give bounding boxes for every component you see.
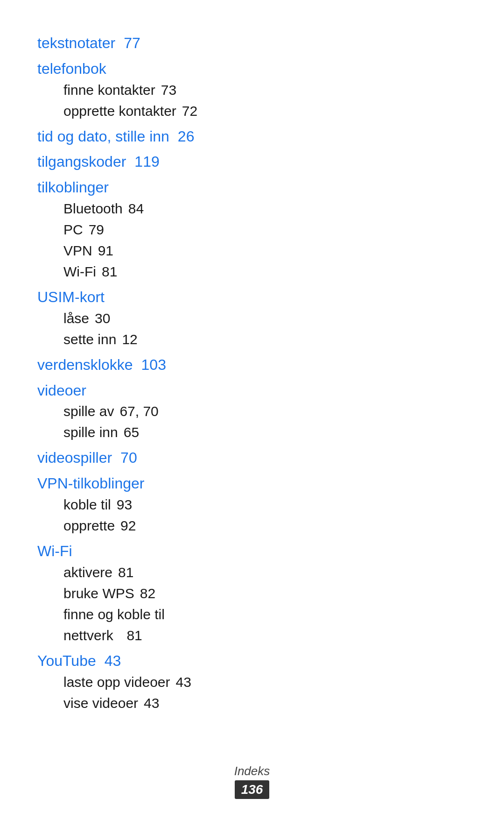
sub-page-vpn-tilkoblinger-1: 92 — [120, 518, 136, 533]
sub-entry-youtube-1: vise videoer43 — [37, 693, 467, 714]
sub-entry-wi-fi-0: aktivere81 — [37, 562, 467, 583]
sub-page-youtube-1: 43 — [144, 695, 159, 711]
sub-page-vpn-tilkoblinger-0: 93 — [117, 497, 132, 512]
sub-entry-usim-kort-0: låse30 — [37, 308, 467, 329]
index-entry-vpn-tilkoblinger: VPN-tilkoblingerkoble til93opprette92 — [37, 473, 467, 536]
heading-page-tid-og-dato: 26 — [178, 128, 195, 145]
index-entry-wi-fi: Wi-Fiaktivere81bruke WPS82finne og koble… — [37, 541, 467, 646]
entry-heading-telefonbok: telefonbok — [37, 58, 467, 79]
entry-heading-vpn-tilkoblinger: VPN-tilkoblinger — [37, 473, 467, 494]
entry-heading-youtube: YouTube43 — [37, 650, 467, 671]
sub-page-wi-fi-1: 82 — [140, 586, 155, 601]
index-content: tekstnotater77telefonbokfinne kontakter7… — [37, 33, 467, 714]
sub-entry-tilkoblinger-2: VPN91 — [37, 240, 467, 261]
sub-entry-videoer-1: spille inn65 — [37, 422, 467, 443]
entry-heading-videospiller: videospiller70 — [37, 447, 467, 468]
index-entry-tilgangskoder: tilgangskoder119 — [37, 151, 467, 172]
entry-heading-verdensklokke: verdensklokke103 — [37, 354, 467, 375]
index-entry-tilkoblinger: tilkoblingerBluetooth84PC79VPN91Wi-Fi81 — [37, 177, 467, 282]
sub-page-tilkoblinger-1: 79 — [89, 222, 104, 237]
index-entry-videoer: videoerspille av67, 70spille inn65 — [37, 380, 467, 443]
heading-page-youtube: 43 — [105, 652, 121, 669]
sub-page-usim-kort-0: 30 — [95, 311, 110, 326]
entry-heading-tid-og-dato: tid og dato, stille inn26 — [37, 126, 467, 147]
entry-heading-videoer: videoer — [37, 380, 467, 401]
sub-entry-vpn-tilkoblinger-0: koble til93 — [37, 494, 467, 515]
sub-page-wi-fi-0: 81 — [118, 565, 133, 580]
heading-page-videospiller: 70 — [120, 449, 137, 466]
index-entry-videospiller: videospiller70 — [37, 447, 467, 468]
entry-heading-tilgangskoder: tilgangskoder119 — [37, 151, 467, 172]
page-footer: Indeks 136 — [0, 764, 504, 799]
entry-heading-wi-fi: Wi-Fi — [37, 541, 467, 562]
page-number: 136 — [235, 780, 270, 799]
sub-entry-tilkoblinger-3: Wi-Fi81 — [37, 261, 467, 282]
sub-entry-wi-fi-2: finne og koble tilnettverk 81 — [37, 604, 467, 646]
sub-page-tilkoblinger-3: 81 — [102, 264, 117, 279]
index-entry-tekstnotater: tekstnotater77 — [37, 33, 467, 54]
sub-page-youtube-0: 43 — [176, 674, 191, 690]
index-entry-telefonbok: telefonbokfinne kontakter73opprette kont… — [37, 58, 467, 121]
sub-page-tilkoblinger-0: 84 — [128, 201, 144, 216]
sub-entry-videoer-0: spille av67, 70 — [37, 401, 467, 422]
sub-entry-usim-kort-1: sette inn12 — [37, 329, 467, 350]
sub-entry-telefonbok-1: opprette kontakter72 — [37, 100, 467, 121]
entry-heading-usim-kort: USIM-kort — [37, 287, 467, 308]
sub-entry-wi-fi-1: bruke WPS82 — [37, 583, 467, 604]
sub-page-telefonbok-1: 72 — [182, 103, 197, 119]
sub-entry-vpn-tilkoblinger-1: opprette92 — [37, 515, 467, 536]
index-entry-usim-kort: USIM-kortlåse30sette inn12 — [37, 287, 467, 350]
sub-page-usim-kort-1: 12 — [122, 332, 137, 347]
sub-page-tilkoblinger-2: 91 — [98, 243, 113, 258]
index-entry-youtube: YouTube43laste opp videoer43vise videoer… — [37, 650, 467, 714]
sub-entry-telefonbok-0: finne kontakter73 — [37, 79, 467, 100]
heading-page-tilgangskoder: 119 — [134, 153, 159, 170]
index-entry-verdensklokke: verdensklokke103 — [37, 354, 467, 375]
sub-page-videoer-1: 65 — [124, 424, 139, 440]
sub-page-videoer-0: 67, 70 — [119, 403, 158, 419]
entry-heading-tekstnotater: tekstnotater77 — [37, 33, 467, 54]
heading-page-verdensklokke: 103 — [141, 356, 166, 373]
footer-label: Indeks — [0, 764, 504, 778]
sub-entry-tilkoblinger-0: Bluetooth84 — [37, 198, 467, 219]
sub-entry-youtube-0: laste opp videoer43 — [37, 671, 467, 693]
index-entry-tid-og-dato: tid og dato, stille inn26 — [37, 126, 467, 147]
entry-heading-tilkoblinger: tilkoblinger — [37, 177, 467, 198]
sub-page-telefonbok-0: 73 — [161, 82, 176, 98]
heading-page-tekstnotater: 77 — [124, 35, 140, 51]
sub-entry-tilkoblinger-1: PC79 — [37, 219, 467, 240]
